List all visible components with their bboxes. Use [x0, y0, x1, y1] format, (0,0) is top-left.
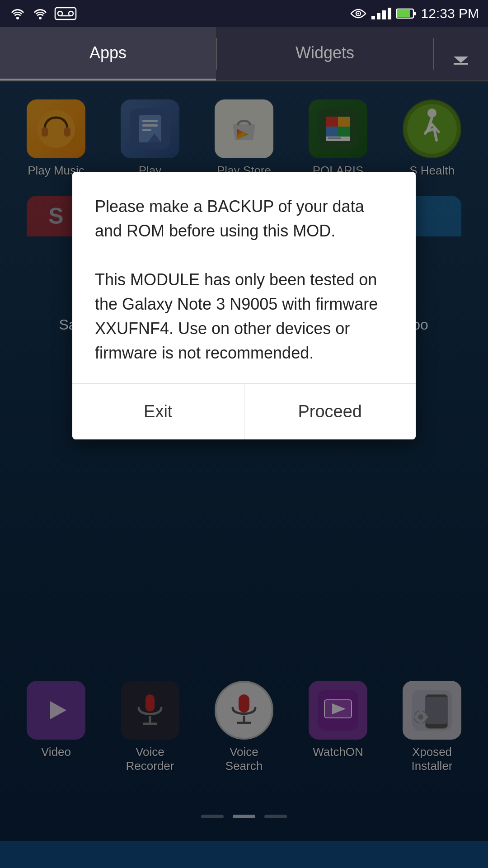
svg-rect-10	[397, 10, 410, 17]
modal-buttons: Exit Proceed	[72, 383, 416, 439]
modal-message: Please make a BACKUP of your data and RO…	[95, 194, 393, 365]
modal-body: Please make a BACKUP of your data and RO…	[72, 172, 416, 383]
status-bar-left-icons	[9, 7, 77, 20]
proceed-button[interactable]: Proceed	[244, 384, 416, 439]
download-tab[interactable]	[434, 27, 488, 80]
status-bar: 12:33 PM	[0, 0, 488, 27]
main-content: Play Music Play	[0, 81, 488, 841]
eye-icon	[350, 7, 367, 20]
app-oo-label: oo	[412, 316, 428, 333]
svg-point-1	[39, 17, 42, 19]
svg-point-4	[69, 11, 73, 16]
voicemail-icon	[54, 7, 77, 20]
tab-widgets[interactable]: Widgets	[217, 27, 433, 80]
app-oo: oo	[380, 316, 461, 333]
modal-dialog: Please make a BACKUP of your data and RO…	[72, 172, 416, 439]
svg-rect-9	[413, 12, 416, 15]
tab-apps[interactable]: Apps	[0, 27, 216, 80]
apps-row-3-partial: Sa oo	[0, 316, 488, 333]
svg-point-0	[16, 17, 19, 19]
svg-point-3	[58, 11, 62, 16]
app-gap-1	[145, 316, 226, 333]
status-bar-right-icons: 12:33 PM	[350, 6, 479, 21]
time-display: 12:33 PM	[421, 6, 479, 21]
wifi-icon-2	[32, 7, 49, 20]
modal-overlay: Sa oo Please make a BACKUP of your data …	[0, 81, 488, 841]
tab-bar: Apps Widgets	[0, 27, 488, 81]
app-sa: Sa	[27, 316, 108, 333]
svg-point-7	[357, 13, 359, 14]
app-gap-2	[262, 316, 343, 333]
wifi-icon	[9, 7, 26, 20]
battery-icon	[396, 8, 417, 19]
signal-bars	[371, 8, 391, 19]
exit-button[interactable]: Exit	[72, 384, 244, 439]
app-sa-label: Sa	[59, 316, 76, 333]
svg-rect-12	[454, 63, 468, 65]
svg-marker-11	[454, 47, 468, 63]
